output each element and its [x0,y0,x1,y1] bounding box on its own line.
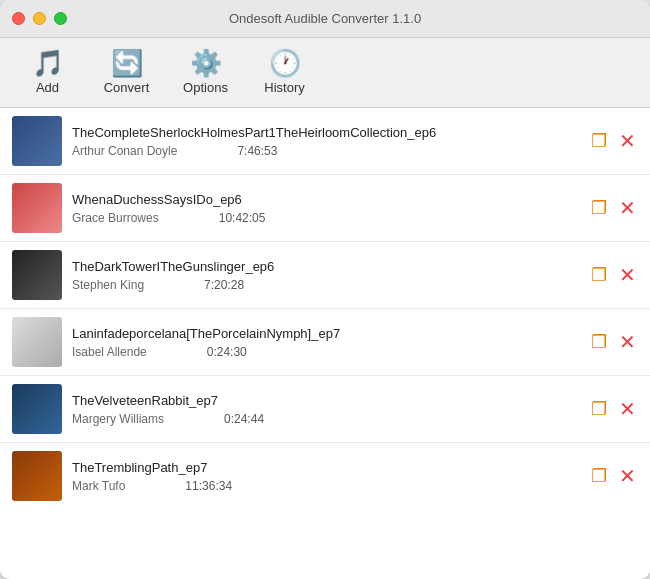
book-info: WhenaDuchessSaysIDo_ep6 Grace Burrowes 1… [72,192,579,225]
book-title: TheCompleteSherlockHolmesPart1TheHeirloo… [72,125,579,140]
main-window: Ondesoft Audible Converter 1.1.0 🎵 Add 🔄… [0,0,650,579]
book-title: TheVelveteenRabbit_ep7 [72,393,579,408]
book-actions: ❐ ✕ [589,328,638,356]
book-duration: 0:24:30 [207,345,247,359]
book-author-row: Arthur Conan Doyle 7:46:53 [72,144,579,158]
edit-button[interactable]: ❐ [589,396,609,422]
book-actions: ❐ ✕ [589,462,638,490]
convert-label: Convert [104,80,150,95]
edit-icon: ❐ [591,197,607,219]
book-title: TheDarkTowerITheGunslinger_ep6 [72,259,579,274]
toolbar: 🎵 Add 🔄 Convert ⚙️ Options 🕐 History [0,38,650,108]
history-button[interactable]: 🕐 History [257,50,312,95]
options-button[interactable]: ⚙️ Options [178,50,233,95]
delete-button[interactable]: ✕ [617,194,638,222]
table-row: TheVelveteenRabbit_ep7 Margery Williams … [0,376,650,443]
book-duration: 7:20:28 [204,278,244,292]
table-row: WhenaDuchessSaysIDo_ep6 Grace Burrowes 1… [0,175,650,242]
edit-button[interactable]: ❐ [589,128,609,154]
delete-button[interactable]: ✕ [617,261,638,289]
book-author: Stephen King [72,278,144,292]
book-author-row: Mark Tufo 11:36:34 [72,479,579,493]
traffic-lights [12,12,67,25]
delete-icon: ✕ [619,129,636,153]
edit-icon: ❐ [591,264,607,286]
book-author-row: Margery Williams 0:24:44 [72,412,579,426]
edit-button[interactable]: ❐ [589,329,609,355]
edit-icon: ❐ [591,465,607,487]
book-info: TheVelveteenRabbit_ep7 Margery Williams … [72,393,579,426]
book-duration: 7:46:53 [237,144,277,158]
convert-icon: 🔄 [111,50,143,76]
book-info: Laninfadeporcelana[ThePorcelainNymph]_ep… [72,326,579,359]
book-info: TheCompleteSherlockHolmesPart1TheHeirloo… [72,125,579,158]
delete-button[interactable]: ✕ [617,462,638,490]
delete-icon: ✕ [619,263,636,287]
book-cover [12,317,62,367]
delete-icon: ✕ [619,196,636,220]
add-label: Add [36,80,59,95]
options-icon: ⚙️ [190,50,222,76]
book-duration: 11:36:34 [185,479,232,493]
book-author-row: Stephen King 7:20:28 [72,278,579,292]
edit-button[interactable]: ❐ [589,195,609,221]
delete-button[interactable]: ✕ [617,395,638,423]
delete-button[interactable]: ✕ [617,328,638,356]
book-duration: 0:24:44 [224,412,264,426]
edit-icon: ❐ [591,398,607,420]
add-button[interactable]: 🎵 Add [20,50,75,95]
book-actions: ❐ ✕ [589,194,638,222]
book-info: TheDarkTowerITheGunslinger_ep6 Stephen K… [72,259,579,292]
book-cover [12,451,62,501]
book-author: Mark Tufo [72,479,125,493]
book-author-row: Grace Burrowes 10:42:05 [72,211,579,225]
convert-button[interactable]: 🔄 Convert [99,50,154,95]
book-info: TheTremblingPath_ep7 Mark Tufo 11:36:34 [72,460,579,493]
book-cover [12,116,62,166]
book-cover [12,384,62,434]
table-row: TheDarkTowerITheGunslinger_ep6 Stephen K… [0,242,650,309]
edit-icon: ❐ [591,331,607,353]
book-author-row: Isabel Allende 0:24:30 [72,345,579,359]
delete-button[interactable]: ✕ [617,127,638,155]
book-duration: 10:42:05 [219,211,266,225]
book-title: TheTremblingPath_ep7 [72,460,579,475]
history-label: History [264,80,304,95]
minimize-button[interactable] [33,12,46,25]
book-cover [12,183,62,233]
delete-icon: ✕ [619,330,636,354]
edit-icon: ❐ [591,130,607,152]
history-icon: 🕐 [269,50,301,76]
table-row: TheCompleteSherlockHolmesPart1TheHeirloo… [0,108,650,175]
book-author: Isabel Allende [72,345,147,359]
book-author: Margery Williams [72,412,164,426]
add-icon: 🎵 [32,50,64,76]
book-author: Grace Burrowes [72,211,159,225]
edit-button[interactable]: ❐ [589,463,609,489]
book-actions: ❐ ✕ [589,127,638,155]
maximize-button[interactable] [54,12,67,25]
book-title: Laninfadeporcelana[ThePorcelainNymph]_ep… [72,326,579,341]
delete-icon: ✕ [619,464,636,488]
book-author: Arthur Conan Doyle [72,144,177,158]
close-button[interactable] [12,12,25,25]
book-cover [12,250,62,300]
options-label: Options [183,80,228,95]
table-row: Laninfadeporcelana[ThePorcelainNymph]_ep… [0,309,650,376]
delete-icon: ✕ [619,397,636,421]
book-actions: ❐ ✕ [589,395,638,423]
book-title: WhenaDuchessSaysIDo_ep6 [72,192,579,207]
window-title: Ondesoft Audible Converter 1.1.0 [229,11,421,26]
book-list: TheCompleteSherlockHolmesPart1TheHeirloo… [0,108,650,579]
title-bar: Ondesoft Audible Converter 1.1.0 [0,0,650,38]
edit-button[interactable]: ❐ [589,262,609,288]
book-actions: ❐ ✕ [589,261,638,289]
table-row: TheTremblingPath_ep7 Mark Tufo 11:36:34 … [0,443,650,509]
